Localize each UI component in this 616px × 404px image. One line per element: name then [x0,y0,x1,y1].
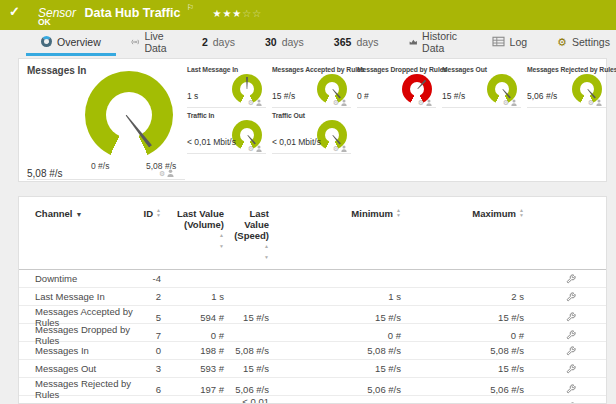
gauge-scale-min: 0 #/s [91,161,109,171]
table-row-downtime[interactable]: Downtime -4 [19,270,606,288]
column-header-maximum[interactable]: Maximum▲▼ [401,208,524,219]
status-ok-check-icon: ✓ [9,4,20,19]
cell-minimum: 0 # [269,330,401,341]
column-header-channel-label: Channel [35,208,72,219]
primary-gauge-dial [85,71,173,159]
gauge-value: 5,06 #/s [527,91,557,101]
person-icon[interactable] [167,169,174,177]
gauge-label: Messages Out [442,66,521,73]
column-header-last-value-volume[interactable]: Last Value(Volume)▲▼ [161,208,224,252]
tab-log-label: Log [510,36,528,48]
person-icon[interactable] [511,99,517,106]
gauge-value: < 0,01 Mbit/s [187,137,236,147]
stars-filled[interactable]: ★★★ [212,8,242,19]
wrench-settings-icon[interactable] [566,312,576,322]
wrench-settings-icon[interactable] [566,346,576,356]
gauge-value: 15 #/s [442,91,465,101]
mini-gauge-messages-rejected: Messages Rejected by Rules 5,06 #/s ⚙ [527,66,606,108]
person-icon[interactable] [256,145,262,152]
cell-maximum: 2 s [401,291,524,302]
cell-speed: 5,06 #/s [224,384,269,395]
person-icon[interactable] [256,99,262,106]
cell-volume: 1 s [161,291,224,302]
table-row-messages-out[interactable]: Messages Out 3 593 # 15 #/s 15 #/s 15 #/… [19,360,606,378]
gauge-actions: ⚙ [333,145,347,152]
column-header-minimum[interactable]: Minimum▲▼ [269,208,401,219]
table-row-messages-dropped[interactable]: Messages Dropped by Rules 7 0 # 0 # 0 # [19,324,606,342]
tab-2-days[interactable]: 2 days [187,30,250,56]
stars-empty[interactable]: ☆☆ [242,8,262,19]
gauge-actions: ⚙ [588,99,602,106]
gauge-label: Messages Accepted by Rules [272,66,351,73]
tab-365-days[interactable]: 365 days [319,30,394,56]
person-icon[interactable] [596,99,602,106]
cell-channel: Messages Out [35,363,139,374]
tab-historic-data[interactable]: Historic Data [394,30,477,56]
cell-minimum: 15 #/s [269,312,401,323]
gear-icon[interactable]: ⚙ [333,145,339,152]
column-header-last-value-speed[interactable]: Last Value(Speed)▲▼ [224,208,269,263]
cell-channel: Messages Dropped by Rules [35,324,139,346]
column-header-channel[interactable]: Channel▼ [35,208,139,219]
wrench-settings-icon[interactable] [566,292,576,302]
cell-channel: Messages In [35,345,139,356]
gear-icon[interactable]: ⚙ [503,99,509,106]
gear-icon[interactable]: ⚙ [588,99,594,106]
mini-gauge-messages-out: Messages Out 15 #/s ⚙ [442,66,521,108]
tab-2-days-label: days [213,36,235,48]
wrench-settings-icon[interactable] [566,364,576,374]
wrench-settings-icon[interactable] [566,330,576,340]
person-icon[interactable] [341,145,347,152]
table-row-messages-rejected[interactable]: Messages Rejected by Rules 6 197 # 5,06 … [19,378,606,396]
person-icon[interactable] [426,99,432,106]
flag-icon[interactable]: ⚐ [187,3,194,12]
column-header-id[interactable]: ID▲▼ [139,208,161,219]
gear-icon[interactable]: ⚙ [248,99,254,106]
tab-bar: Overview Live Data 2 days 30 days 365 da… [0,30,616,56]
status-badge: OK [38,17,51,27]
wrench-settings-icon[interactable] [566,384,576,394]
cell-minimum: 5,08 #/s [269,345,401,356]
divider [27,179,185,180]
cell-speed: 15 #/s [224,312,269,323]
mini-gauge-last-message-in: Last Message In 1 s ⚙ [187,66,266,108]
tab-overview-label: Overview [57,36,101,48]
tab-log[interactable]: Log [477,30,543,56]
cell-minimum: 5,06 #/s [269,384,401,395]
cell-maximum: 5,06 #/s [401,384,524,395]
tab-overview[interactable]: Overview [26,30,116,56]
cell-speed: 15 #/s [224,363,269,374]
gear-icon[interactable]: ⚙ [333,99,339,106]
gear-icon[interactable]: ⚙ [248,145,254,152]
person-icon[interactable] [341,99,347,106]
priority-stars[interactable]: ★★★☆☆ [212,8,262,19]
gear-icon[interactable]: ⚙ [159,170,165,177]
tab-settings-label: Settings [572,36,610,48]
tab-30-days[interactable]: 30 days [250,30,319,56]
mini-gauge-messages-accepted: Messages Accepted by Rules 15 #/s ⚙ [272,66,351,108]
gear-icon[interactable]: ⚙ [418,99,424,106]
cell-volume: 197 # [161,384,224,395]
cell-id: -4 [139,273,161,284]
gauge-actions: ⚙ [418,99,432,106]
cell-maximum: 0 # [401,330,524,341]
table-row-messages-in[interactable]: Messages In 0 198 # 5,08 #/s 5,08 #/s 5,… [19,342,606,360]
live-data-icon [131,36,140,48]
wrench-settings-icon[interactable] [566,274,576,284]
column-header-volume-line1: Last Value [161,208,224,219]
cell-id: 7 [139,330,161,341]
table-row-messages-accepted[interactable]: Messages Accepted by Rules 5 594 # 15 #/… [19,306,606,324]
gauge-label: Traffic In [187,112,266,119]
cell-minimum: 1 s [269,291,401,302]
sort-toggle-icon: ▲▼ [164,230,224,252]
cell-id: 2 [139,291,161,302]
tab-live-data[interactable]: Live Data [116,30,187,56]
cell-volume: 198 # [161,345,224,356]
gauge-actions: ⚙ [503,99,517,106]
primary-gauge-actions: ⚙ [159,169,174,177]
tab-30-days-number: 30 [265,36,277,48]
table-row-last-message-in[interactable]: Last Message In 2 1 s 1 s 2 s [19,288,606,306]
tab-settings[interactable]: ⚙ Settings [542,30,616,56]
cell-speed: 5,08 #/s [224,345,269,356]
mini-gauge-traffic-in: Traffic In < 0,01 Mbit/s ⚙ [187,112,266,154]
